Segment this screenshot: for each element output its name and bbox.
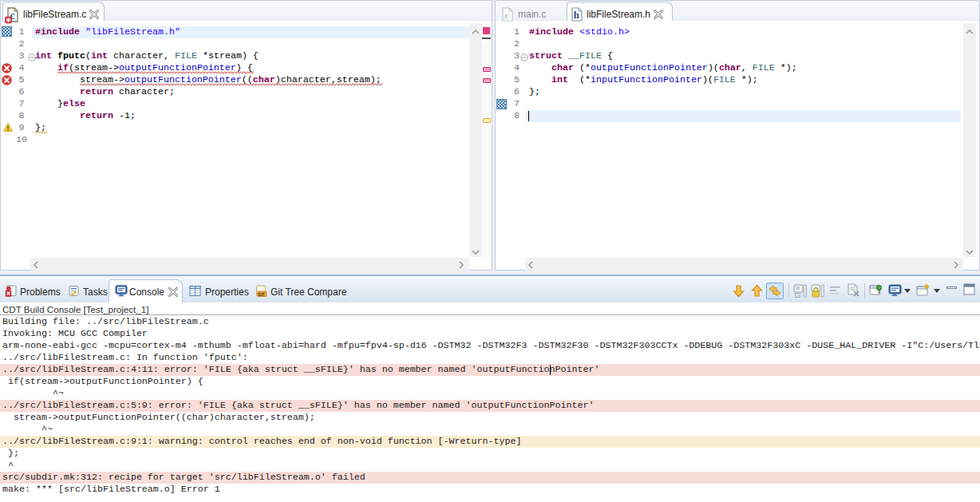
svg-text:c: c [504,10,508,20]
svg-text:h: h [574,10,579,21]
svg-text:GIT: GIT [259,293,265,297]
